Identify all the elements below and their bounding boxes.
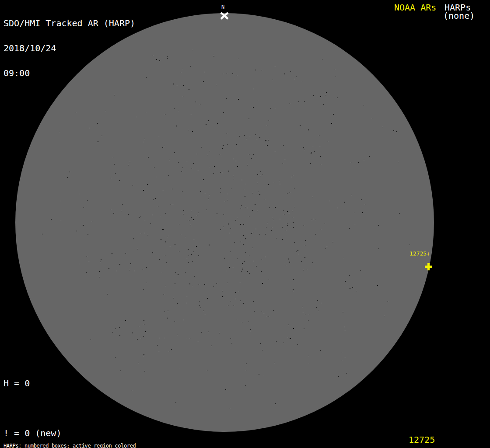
sunspot-speckle: [269, 120, 269, 121]
sunspot-speckle: [130, 263, 131, 264]
sunspot-speckle: [227, 271, 227, 271]
sunspot-speckle: [220, 192, 221, 192]
sunspot-speckle: [292, 211, 293, 211]
sunspot-speckle: [144, 320, 144, 321]
sunspot-speckle: [345, 330, 345, 331]
sunspot-speckle: [312, 197, 313, 197]
sunspot-speckle: [265, 199, 265, 200]
sunspot-speckle: [88, 234, 88, 234]
sunspot-speckle: [272, 218, 273, 218]
sunspot-speckle: [214, 173, 214, 174]
sunspot-speckle: [331, 123, 332, 124]
sunspot-speckle: [201, 332, 202, 332]
sunspot-speckle: [190, 225, 191, 225]
sunspot-speckle: [342, 353, 342, 353]
sunspot-speckle: [320, 156, 321, 157]
sunspot-speckle: [313, 95, 314, 96]
sunspot-speckle: [232, 74, 233, 74]
sunspot-speckle: [242, 269, 243, 270]
sunspot-speckle: [76, 112, 76, 113]
sunspot-speckle: [286, 266, 286, 266]
sunspot-speckle: [187, 296, 187, 297]
sunspot-speckle: [262, 259, 262, 260]
sunspot-speckle: [336, 77, 336, 77]
sunspot-speckle: [304, 329, 304, 329]
sunspot-speckle: [378, 225, 379, 226]
sunspot-speckle: [231, 343, 232, 343]
sunspot-speckle: [326, 248, 326, 249]
sunspot-speckle: [253, 89, 254, 89]
sunspot-speckle: [70, 172, 70, 172]
sunspot-speckle: [227, 73, 227, 74]
sunspot-speckle: [237, 166, 238, 167]
sunspot-speckle: [315, 234, 316, 234]
sunspot-speckle: [337, 208, 338, 208]
sunspot-speckle: [253, 107, 254, 108]
sunspot-speckle: [240, 282, 240, 283]
sunspot-speckle: [261, 271, 262, 272]
sunspot-speckle: [186, 303, 187, 303]
sunspot-speckle: [146, 77, 147, 78]
sunspot-speckle: [222, 291, 223, 291]
sunspot-speckle: [237, 259, 238, 259]
sunspot-speckle: [270, 108, 271, 108]
sunspot-speckle: [227, 283, 228, 283]
sunspot-speckle: [203, 81, 204, 82]
sunspot-speckle: [249, 256, 249, 256]
sunspot-speckle: [115, 357, 116, 358]
sunspot-speckle: [165, 114, 165, 115]
sunspot-speckle: [337, 148, 337, 148]
sunspot-speckle: [192, 261, 193, 262]
sunspot-speckle: [228, 305, 228, 306]
sunspot-speckle: [194, 276, 195, 276]
footnote-harps: HARPs: numbered boxes; active region col…: [4, 443, 178, 448]
sunspot-speckle: [147, 184, 148, 185]
sunspot-speckle: [162, 273, 162, 273]
sunspot-speckle: [309, 314, 309, 315]
sunspot-speckle: [303, 147, 304, 148]
sunspot-speckle: [343, 312, 343, 312]
sunspot-speckle: [167, 190, 167, 190]
sunspot-speckle: [249, 216, 249, 217]
sunspot-speckle: [243, 235, 244, 236]
sunspot-speckle: [338, 376, 339, 377]
sunspot-speckle: [230, 252, 231, 252]
sunspot-speckle: [217, 123, 218, 124]
sunspot-speckle: [321, 303, 322, 303]
sunspot-speckle: [243, 303, 244, 304]
sunspot-speckle: [156, 59, 157, 60]
sunspot-speckle: [267, 125, 267, 126]
sunspot-speckle: [257, 211, 258, 211]
sunspot-speckle: [187, 258, 187, 259]
sunspot-speckle: [150, 223, 151, 224]
sunspot-speckle: [351, 162, 351, 163]
sunspot-speckle: [313, 219, 314, 219]
sunspot-speckle: [259, 137, 260, 138]
sunspot-speckle: [268, 76, 268, 76]
sunspot-speckle: [164, 146, 165, 146]
sunspot-speckle: [189, 130, 189, 130]
sunspot-speckle: [294, 188, 294, 189]
sunspot-speckle: [269, 280, 269, 280]
sunspot-speckle: [220, 229, 221, 230]
sunspot-speckle: [161, 216, 161, 216]
sunspot-speckle: [145, 220, 145, 220]
sunspot-speckle: [204, 284, 205, 285]
sunspot-speckle: [350, 288, 350, 289]
sunspot-speckle: [153, 55, 153, 56]
sunspot-speckle: [210, 167, 210, 167]
sunspot-speckle: [128, 214, 129, 215]
sunspot-speckle: [157, 345, 158, 346]
sunspot-speckle: [159, 259, 160, 260]
sunspot-speckle: [144, 371, 145, 371]
sunspot-speckle: [280, 219, 280, 219]
sunspot-speckle: [293, 291, 293, 292]
sunspot-speckle: [288, 325, 289, 325]
sunspot-speckle: [220, 154, 220, 155]
sunspot-speckle: [311, 153, 312, 154]
sunspot-speckle: [128, 165, 129, 165]
sunspot-speckle: [283, 145, 284, 146]
sunspot-speckle: [326, 92, 327, 93]
sunspot-speckle: [183, 85, 184, 86]
sunspot-speckle: [243, 244, 244, 245]
